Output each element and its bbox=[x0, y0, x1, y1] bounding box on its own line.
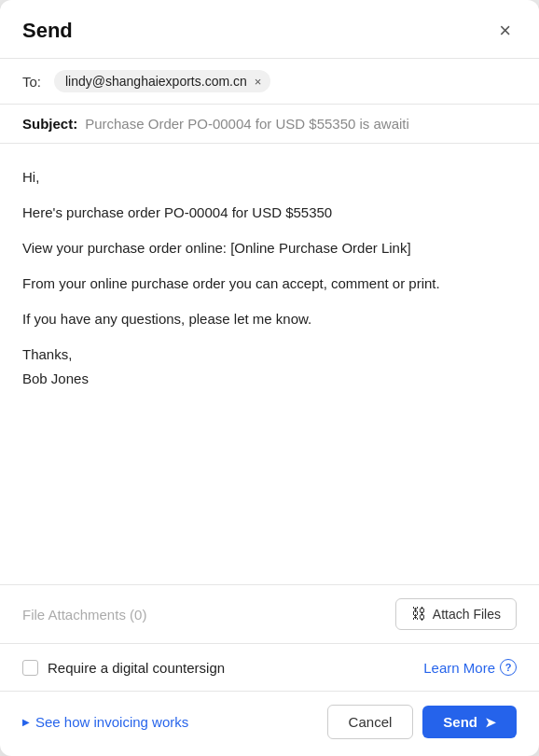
attachments-label: File Attachments (0) bbox=[22, 607, 146, 623]
attachments-row: File Attachments (0) ⛓ Attach Files bbox=[0, 585, 539, 644]
remove-email-button[interactable]: × bbox=[255, 76, 262, 88]
countersign-left: Require a digital countersign bbox=[22, 660, 225, 676]
countersign-checkbox[interactable] bbox=[22, 660, 38, 676]
learn-more-link[interactable]: Learn More ? bbox=[423, 659, 517, 676]
send-modal: Send × To: lindy@shanghaiexports.com.cn … bbox=[0, 0, 539, 756]
attach-files-label: Attach Files bbox=[433, 607, 501, 622]
greeting-line: Hi, bbox=[22, 166, 517, 189]
body-line-3: From your online purchase order you can … bbox=[22, 273, 517, 295]
triangle-icon: ▶ bbox=[22, 717, 30, 727]
subject-text: Purchase Order PO-00004 for USD $55350 i… bbox=[85, 116, 409, 132]
email-body: Hi, Here's purchase order PO-00004 for U… bbox=[0, 144, 539, 585]
send-icon: ➤ bbox=[485, 715, 496, 730]
sender-name: Bob Jones bbox=[22, 368, 517, 390]
learn-more-text: Learn More bbox=[423, 660, 495, 676]
body-line-1: Here's purchase order PO-00004 for USD $… bbox=[22, 202, 517, 224]
attach-files-button[interactable]: ⛓ Attach Files bbox=[395, 598, 517, 630]
footer-buttons: Cancel Send ➤ bbox=[327, 705, 517, 739]
to-row: To: lindy@shanghaiexports.com.cn × bbox=[0, 59, 539, 105]
email-chip: lindy@shanghaiexports.com.cn × bbox=[54, 70, 270, 92]
footer-row: ▶ See how invoicing works Cancel Send ➤ bbox=[0, 692, 539, 756]
email-address: lindy@shanghaiexports.com.cn bbox=[65, 74, 247, 89]
countersign-row: Require a digital countersign Learn More… bbox=[0, 644, 539, 692]
modal-title: Send bbox=[22, 19, 73, 43]
link-icon: ⛓ bbox=[411, 606, 426, 623]
see-how-label: See how invoicing works bbox=[35, 714, 188, 730]
countersign-label: Require a digital countersign bbox=[48, 660, 225, 676]
send-label: Send bbox=[443, 714, 477, 730]
cancel-button[interactable]: Cancel bbox=[327, 705, 414, 739]
sign-off-line: Thanks, bbox=[22, 343, 517, 366]
see-how-invoicing-link[interactable]: ▶ See how invoicing works bbox=[22, 714, 188, 730]
to-label: To: bbox=[22, 74, 45, 90]
send-button[interactable]: Send ➤ bbox=[422, 706, 517, 738]
body-line-2: View your purchase order online: [Online… bbox=[22, 237, 517, 259]
subject-row: Subject: Purchase Order PO-00004 for USD… bbox=[0, 105, 539, 144]
body-line-4: If you have any questions, please let me… bbox=[22, 308, 517, 330]
modal-header: Send × bbox=[0, 0, 539, 58]
close-button[interactable]: × bbox=[493, 19, 517, 43]
subject-label: Subject: bbox=[22, 116, 77, 132]
info-icon: ? bbox=[500, 659, 517, 676]
